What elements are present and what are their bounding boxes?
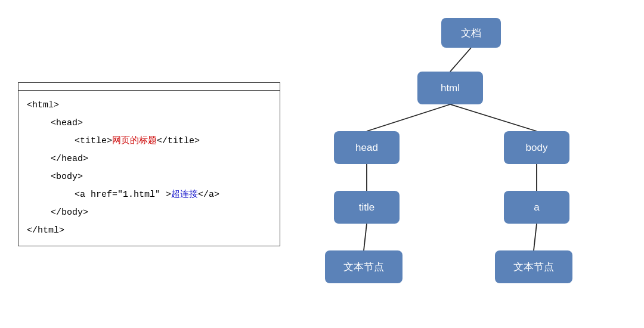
code-text: 超连接: [171, 190, 198, 200]
code-text: </head>: [51, 154, 88, 164]
code-text: </html>: [27, 225, 64, 236]
tree-node-head: head: [334, 131, 400, 164]
code-line: <html>: [27, 97, 271, 115]
tree-node-txt2: 文本节点: [495, 250, 572, 283]
tree-edge: [534, 224, 537, 250]
tree-node-a: a: [504, 191, 569, 224]
code-line: <a href="1.html" >超连接</a>: [27, 186, 271, 204]
code-text: </body>: [51, 208, 88, 218]
tree-node-doc: 文档: [441, 18, 501, 48]
main-container: <html><head><title>网页的标题</title></head><…: [6, 6, 638, 322]
code-line: <head>: [27, 115, 271, 132]
code-text: </a>: [198, 190, 219, 200]
tree-node-html: html: [417, 72, 483, 104]
tree-node-txt1: 文本节点: [325, 250, 402, 283]
tree-edge: [367, 104, 450, 131]
tree-node-title: title: [334, 191, 400, 224]
code-text: <head>: [51, 118, 83, 128]
code-title: [18, 83, 280, 91]
code-text: <html>: [27, 100, 59, 110]
code-text: <body>: [51, 172, 83, 182]
code-text: <title>: [75, 136, 112, 146]
code-line: <title>网页的标题</title>: [27, 132, 271, 150]
code-panel: <html><head><title>网页的标题</title></head><…: [18, 82, 280, 246]
tree-edge: [364, 224, 367, 250]
tree-node-body: body: [504, 131, 569, 164]
tree-panel: 文档htmlheadbodytitlea文本节点文本节点: [292, 6, 626, 322]
code-line: </body>: [27, 204, 271, 222]
code-text: <a href="1.html" >: [75, 190, 171, 200]
code-line: </head>: [27, 150, 271, 168]
code-text: </title>: [157, 136, 200, 146]
code-text: 网页的标题: [112, 136, 157, 146]
tree-edge: [450, 104, 537, 131]
code-line: <body>: [27, 168, 271, 186]
code-body: <html><head><title>网页的标题</title></head><…: [18, 91, 280, 246]
code-line: </html>: [27, 222, 271, 240]
tree-edge: [450, 48, 471, 72]
